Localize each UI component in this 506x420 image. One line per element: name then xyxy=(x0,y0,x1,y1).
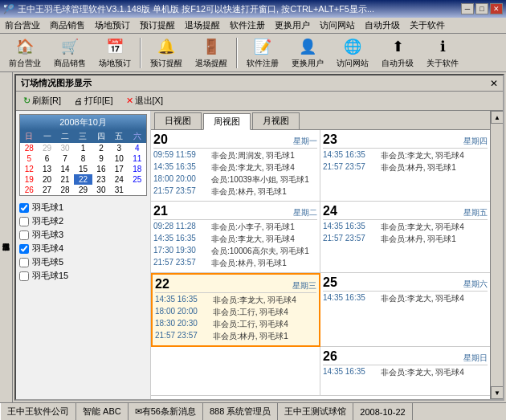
checkbox-court1-input[interactable] xyxy=(19,203,29,213)
cal-day[interactable]: 20 xyxy=(38,174,55,185)
cal-day[interactable]: 4 xyxy=(129,143,146,153)
cal-day[interactable]: 14 xyxy=(56,164,74,174)
cal-day[interactable]: 17 xyxy=(110,164,128,174)
toolbar-register[interactable]: 📝 软件注册 xyxy=(241,35,284,71)
cal-day[interactable]: 29 xyxy=(38,143,55,153)
cal-day[interactable]: 16 xyxy=(92,164,110,174)
toolbar-products[interactable]: 🛒 商品销售 xyxy=(48,35,92,71)
cal-day[interactable]: 21 xyxy=(56,174,74,185)
cal-day[interactable]: 30 xyxy=(92,185,110,195)
toolbar-switch-user[interactable]: 👤 更换用户 xyxy=(286,35,329,71)
event-item[interactable]: 09:28 11:28 非会员:小李子, 羽毛球1 xyxy=(153,222,317,233)
checkbox-court5-input[interactable] xyxy=(19,258,29,267)
tab-day-view[interactable]: 日视图 xyxy=(154,112,202,129)
checkbox-court1[interactable]: 羽毛球1 xyxy=(19,201,147,214)
cal-day[interactable]: 24 xyxy=(110,174,128,185)
toolbar-about[interactable]: ℹ 关于软件 xyxy=(421,35,464,71)
event-item[interactable]: 14:35 16:35 非会员:李龙大, 羽毛球4 xyxy=(153,162,317,173)
menu-reminder[interactable]: 预订提醒 xyxy=(135,18,180,33)
event-item[interactable]: 21:57 23:57 非会员:林丹, 羽毛球1 xyxy=(323,234,488,245)
checkbox-court2-input[interactable] xyxy=(19,217,29,226)
cal-day[interactable]: 5 xyxy=(20,153,38,164)
tab-week-view[interactable]: 周视图 xyxy=(203,113,251,130)
event-item[interactable]: 21:57 23:57 非会员:林丹, 羽毛球1 xyxy=(153,186,317,198)
event-item[interactable]: 09:59 11:59 非会员:周润发, 羽毛球1 xyxy=(153,150,317,161)
cal-day[interactable]: 26 xyxy=(20,185,38,195)
menu-website[interactable]: 访问网站 xyxy=(315,18,360,33)
menu-about[interactable]: 关于软件 xyxy=(405,18,450,33)
cal-day[interactable]: 27 xyxy=(38,185,55,195)
checkbox-court3[interactable]: 羽毛球3 xyxy=(19,228,147,242)
menu-checkout[interactable]: 退场提醒 xyxy=(180,18,225,33)
tab-month-view[interactable]: 月视图 xyxy=(252,112,300,129)
menu-products[interactable]: 商品销售 xyxy=(45,18,90,33)
toolbar-website[interactable]: 🌐 访问网站 xyxy=(331,35,374,71)
cal-day[interactable]: 13 xyxy=(38,164,55,174)
event-item[interactable]: 14:35 16:35 非会员:李龙大, 羽毛球4 xyxy=(323,367,488,378)
cal-day[interactable]: 25 xyxy=(129,174,146,185)
cal-day[interactable]: 6 xyxy=(38,153,55,164)
exit-button[interactable]: ✕ 退出[X] xyxy=(122,93,167,108)
cal-day[interactable]: 9 xyxy=(92,153,110,164)
refresh-button[interactable]: ↻ 刷新[R] xyxy=(19,93,65,108)
cal-day[interactable]: 30 xyxy=(56,143,74,153)
event-item[interactable]: 17:30 19:30 会员:10006高尔夫, 羽毛球1 xyxy=(153,246,317,257)
event-item[interactable]: 14:35 16:35 非会员:李龙大, 羽毛球4 xyxy=(323,293,488,304)
checkbox-court4-input[interactable] xyxy=(19,244,29,254)
event-item[interactable]: 14:35 16:35 非会员:李龙大, 羽毛球4 xyxy=(155,295,316,306)
cal-day[interactable]: 2 xyxy=(92,143,110,153)
checkbox-court2[interactable]: 羽毛球2 xyxy=(19,214,147,228)
cal-day[interactable]: 12 xyxy=(20,164,38,174)
toolbar-reminder[interactable]: 🔔 预订提醒 xyxy=(145,35,188,71)
close-button[interactable]: ✕ xyxy=(490,3,503,14)
frontend-icon: 🏠 xyxy=(15,37,35,56)
cal-day[interactable]: 28 xyxy=(56,185,74,195)
checkbox-court3-input[interactable] xyxy=(19,230,29,240)
menu-switch-user[interactable]: 更换用户 xyxy=(270,18,315,33)
scrollbar-y[interactable]: ▲ ▼ xyxy=(490,111,503,399)
scroll-up-button[interactable]: ▲ xyxy=(491,111,503,124)
menu-booking[interactable]: 场地预订 xyxy=(90,18,135,33)
checkbox-court15[interactable]: 羽毛球15 xyxy=(19,269,147,283)
minimize-button[interactable]: ─ xyxy=(461,3,474,14)
cal-day[interactable]: 10 xyxy=(110,153,128,164)
toolbar-frontend[interactable]: 🏠 前台营业 xyxy=(3,35,47,71)
cal-day[interactable]: 1 xyxy=(74,143,92,153)
checkbox-court4[interactable]: 羽毛球4 xyxy=(19,242,147,255)
toolbar-upgrade[interactable]: ⬆ 自动升级 xyxy=(376,35,419,71)
event-item[interactable]: 21:57 23:57 非会员:林丹, 羽毛球1 xyxy=(323,162,488,173)
cal-day[interactable]: 23 xyxy=(92,174,110,185)
cal-day[interactable]: 31 xyxy=(110,185,128,195)
cal-day[interactable]: 18 xyxy=(129,164,146,174)
event-item[interactable]: 18:00 20:00 非会员:工行, 羽毛球4 xyxy=(155,307,316,318)
scroll-down-button[interactable]: ▼ xyxy=(491,386,503,399)
event-item[interactable]: 21:57 23:57 非会员:林丹, 羽毛球1 xyxy=(155,331,316,342)
cal-day[interactable]: 3 xyxy=(110,143,128,153)
scroll-thumb[interactable] xyxy=(491,124,503,386)
menu-frontend[interactable]: 前台营业 xyxy=(0,18,45,33)
event-item[interactable]: 14:35 16:35 非会员:李龙大, 羽毛球4 xyxy=(323,150,488,161)
sidebar-tab[interactable]: 订场情况图形显示 xyxy=(0,72,13,402)
cal-day[interactable]: 28 xyxy=(20,143,38,153)
checkbox-court5[interactable]: 羽毛球5 xyxy=(19,255,147,269)
content-close-btn[interactable]: ✕ xyxy=(490,78,498,89)
cal-day[interactable]: 15 xyxy=(74,164,92,174)
toolbar-booking[interactable]: 📅 场地预订 xyxy=(93,35,137,71)
event-item[interactable]: 14:35 16:35 非会员:李龙大, 羽毛球4 xyxy=(323,222,488,233)
event-item[interactable]: 21:57 23:57 非会员:林丹, 羽毛球1 xyxy=(153,258,317,269)
menu-upgrade[interactable]: 自动升级 xyxy=(360,18,405,33)
toolbar-checkout[interactable]: 🚪 退场提醒 xyxy=(190,35,233,71)
event-item[interactable]: 18:30 20:30 非会员:工行, 羽毛球4 xyxy=(155,319,316,330)
cal-day[interactable]: 8 xyxy=(74,153,92,164)
event-item[interactable]: 14:35 16:35 非会员:李龙大, 羽毛球4 xyxy=(153,234,317,245)
cal-day[interactable]: 29 xyxy=(74,185,92,195)
event-item[interactable]: 18:00 20:00 会员:10039率小姐, 羽毛球1 xyxy=(153,174,317,186)
cal-day-today[interactable]: 22 xyxy=(74,174,92,185)
maximize-button[interactable]: □ xyxy=(475,3,488,14)
cal-day[interactable]: 19 xyxy=(20,174,38,185)
menu-register[interactable]: 软件注册 xyxy=(225,18,270,33)
cal-day[interactable]: 11 xyxy=(129,153,146,164)
print-button[interactable]: 🖨 打印[E] xyxy=(70,93,116,108)
cal-day[interactable]: 7 xyxy=(56,153,74,164)
checkbox-court15-input[interactable] xyxy=(19,271,29,281)
